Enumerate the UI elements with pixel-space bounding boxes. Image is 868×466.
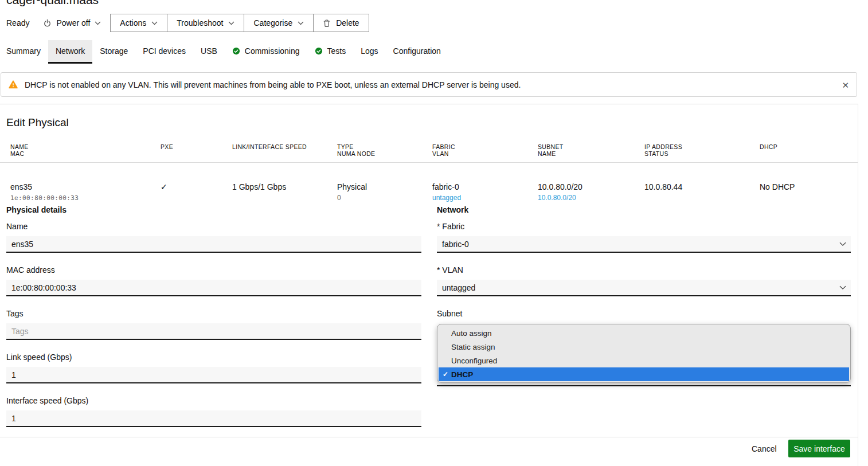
cell-subnet-name: 10.0.80.0/20 10.0.80.0/20 [538,182,644,202]
mac-field-group: MAC address [6,265,421,296]
tags-field-group: Tags [6,309,421,340]
tab-label: Configuration [393,46,441,56]
subnet-value: 10.0.80.0/20 [538,182,644,192]
action-button-group: Actions Troubleshoot Categorise [110,14,369,32]
vlan-field-group: * VLAN untagged [437,265,851,296]
success-check-icon [315,47,323,55]
tab-label: PCI devices [143,46,186,56]
interface-table-header: NAMEMAC PXE LINK/INTERFACE SPEED TYPENUM… [10,143,847,157]
interface-type: Physical [337,182,432,192]
mac-label: MAC address [6,265,421,275]
dhcp-status: No DHCP [760,182,847,192]
physical-details-section: Physical details Name MAC address Tags L… [6,205,421,440]
chevron-down-icon [228,21,234,25]
pxe-check-icon: ✓ [161,182,232,192]
machine-detail-page: cager-quail.maas Ready Power off Actions… [0,0,868,466]
option-label: Static assign [451,343,495,351]
interface-mac: 1e:00:80:00:00:33 [10,194,161,202]
troubleshoot-button[interactable]: Troubleshoot [167,14,244,32]
tab-pci-devices[interactable]: PCI devices [135,40,193,64]
machine-tabs: Summary Network Storage PCI devices USB … [0,40,448,64]
link-speed-label: Link speed (Gbps) [6,353,421,362]
save-interface-button[interactable]: Save interface [788,440,850,457]
name-label: Name [6,222,421,231]
actions-button-label: Actions [120,18,146,28]
power-dropdown[interactable]: Power off [43,18,101,28]
close-icon[interactable]: ✕ [842,80,849,89]
tab-tests[interactable]: Tests [307,40,354,64]
interface-speed-value: 1 Gbps/1 Gbps [232,182,337,192]
edit-physical-title: Edit Physical [6,116,69,129]
subnet-field-group: Subnet [437,309,851,318]
cell-ip-status: 10.0.80.44 [644,182,760,202]
power-icon [43,19,52,28]
interface-name: ens35 [10,182,161,192]
categorise-button-label: Categorise [253,18,292,28]
physical-details-heading: Physical details [6,205,421,214]
fabric-select[interactable]: fabric-0 [437,236,851,253]
interface-table: NAMEMAC PXE LINK/INTERFACE SPEED TYPENUM… [10,143,847,202]
actions-button[interactable]: Actions [111,14,167,32]
interface-speed-input[interactable] [6,410,421,427]
cell-fabric-vlan: fabric-0 untagged [432,182,538,202]
dhcp-warning-banner: DHCP is not enabled on any VLAN. This wi… [1,72,857,97]
tab-label: Tests [327,46,346,56]
name-field-group: Name [6,222,421,253]
table-header-border [0,162,858,163]
option-static-assign[interactable]: Static assign [439,340,849,354]
cell-type-numa: Physical 0 [337,182,432,202]
tab-network[interactable]: Network [48,40,92,64]
link-speed-input[interactable] [6,367,421,383]
vlan-link[interactable]: untagged [432,194,538,202]
tags-input[interactable] [6,323,421,340]
option-dhcp[interactable]: ✓ DHCP [439,367,849,381]
network-heading: Network [437,205,851,214]
tab-label: Storage [100,46,128,56]
vlan-select[interactable]: untagged [437,280,851,296]
ip-address: 10.0.80.44 [644,182,760,192]
vlan-label: * VLAN [437,265,851,275]
status-bar: Ready Power off Actions Troubleshoot [6,14,369,32]
option-unconfigured[interactable]: Unconfigured [439,354,849,367]
tab-usb[interactable]: USB [193,40,225,64]
tab-configuration[interactable]: Configuration [386,40,448,64]
option-label: Unconfigured [451,357,497,365]
tab-label: USB [201,46,217,56]
tab-storage[interactable]: Storage [92,40,135,64]
banner-message: DHCP is not enabled on any VLAN. This wi… [25,80,521,89]
tab-summary[interactable]: Summary [0,40,48,64]
cell-name-mac: ens35 1e:00:80:00:00:33 [10,182,161,202]
interface-speed-label: Interface speed (Gbps) [6,396,421,405]
troubleshoot-button-label: Troubleshoot [177,18,223,28]
power-label: Power off [56,18,90,28]
tab-label: Logs [361,46,378,56]
subnet-name-link[interactable]: 10.0.80.0/20 [538,194,644,202]
tab-logs[interactable]: Logs [353,40,385,64]
option-auto-assign[interactable]: Auto assign [439,326,849,340]
name-input[interactable] [6,236,421,253]
machine-title: cager-quail.maas [6,0,99,7]
success-check-icon [232,47,240,55]
categorise-button[interactable]: Categorise [244,14,314,32]
cell-pxe: ✓ [161,182,232,202]
fabric-field-group: * Fabric fabric-0 [437,222,851,253]
footer-divider [0,437,858,437]
chevron-down-icon [95,21,101,25]
cancel-button[interactable]: Cancel [747,440,781,457]
tab-label: Commissioning [245,46,300,56]
tags-label: Tags [6,309,421,318]
vlan-select-value: untagged [442,283,475,292]
option-label: Auto assign [451,329,492,338]
interface-speed-field-group: Interface speed (Gbps) [6,396,421,427]
numa-node: 0 [337,194,432,202]
delete-button[interactable]: Delete [314,14,368,32]
fabric-select-value: fabric-0 [442,240,469,249]
delete-button-label: Delete [336,18,359,28]
panel-right-border [858,104,858,466]
trash-icon [323,19,331,28]
network-section: Network * Fabric fabric-0 * VLAN untagge… [437,205,851,331]
cell-dhcp: No DHCP [760,182,847,202]
tab-commissioning[interactable]: Commissioning [225,40,307,64]
chevron-down-icon [298,21,304,25]
mac-input[interactable] [6,280,421,296]
